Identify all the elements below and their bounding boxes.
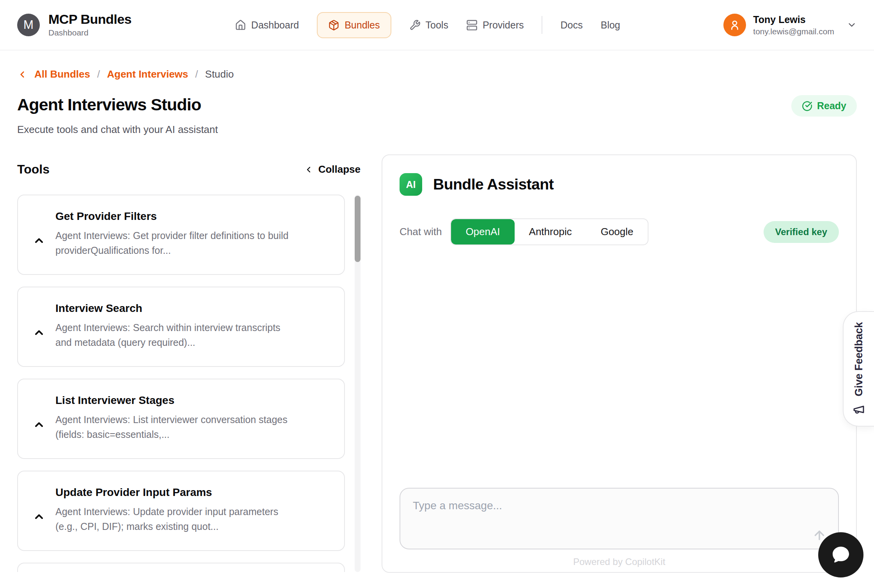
brand-initial: M [23, 18, 34, 32]
nav-divider [542, 16, 542, 34]
home-icon [235, 19, 246, 31]
provider-segment[interactable]: Anthropic [515, 219, 586, 244]
breadcrumb-item[interactable]: / [195, 68, 198, 80]
collapse-button[interactable]: Collapse [304, 163, 361, 175]
chevron-up-icon[interactable] [33, 418, 45, 431]
megaphone-icon [853, 403, 865, 416]
tool-description: Agent Interviews: Update provider input … [55, 505, 297, 534]
tools-panel-title: Tools [17, 162, 50, 177]
scrollbar-thumb[interactable] [355, 196, 361, 262]
nav-item-label: Providers [483, 19, 524, 31]
powered-by-label: Powered by CopilotKit [400, 556, 839, 567]
tool-card[interactable]: Interview Search Agent Interviews: Searc… [17, 287, 345, 367]
message-input[interactable]: Type a message... [400, 488, 839, 549]
chat-bubble-icon [830, 544, 852, 566]
chat-bubble-button[interactable] [818, 532, 863, 577]
wrench-icon [409, 19, 421, 31]
ai-badge: AI [400, 173, 422, 196]
chevron-down-icon[interactable] [847, 20, 857, 30]
server-icon [466, 19, 478, 31]
assistant-panel: AI Bundle Assistant Chat with OpenAI Ant… [382, 154, 857, 573]
nav-item-label: Tools [426, 19, 448, 31]
verified-key-badge: Verified key [764, 221, 839, 243]
nav-item[interactable]: Providers [466, 19, 524, 31]
scrollbar-track [355, 195, 361, 572]
provider-segment[interactable]: OpenAI [451, 219, 514, 244]
check-circle-icon [802, 101, 812, 111]
user-name: Tony Lewis [753, 14, 834, 25]
page-title: Agent Interviews Studio [17, 95, 201, 114]
chat-message-area [400, 245, 839, 488]
chevron-left-icon [304, 165, 313, 174]
chevron-up-icon[interactable] [33, 510, 45, 523]
tools-list: Get Provider Filters Agent Interviews: G… [17, 195, 361, 572]
message-input-placeholder: Type a message... [413, 499, 502, 512]
tool-name: Update Provider Input Params [55, 486, 297, 499]
status-badge: Ready [791, 95, 857, 117]
nav-item[interactable]: Docs [560, 19, 583, 31]
breadcrumb: All Bundles / Agent Interviews / Studio [17, 68, 857, 80]
breadcrumb-item[interactable]: Agent Interviews [107, 68, 188, 80]
tool-card-partial[interactable] [17, 563, 345, 572]
nav-item-label: Docs [560, 19, 583, 31]
avatar [723, 14, 746, 36]
give-feedback-button[interactable]: Give Feedback [843, 311, 874, 427]
nav-item[interactable]: Bundles [317, 12, 391, 38]
brand-subtitle: Dashboard [48, 28, 131, 37]
nav-item-label: Blog [600, 19, 620, 31]
tool-description: Agent Interviews: List interviewer conve… [55, 413, 297, 442]
page-subtitle: Execute tools and chat with your AI assi… [17, 124, 857, 136]
user-icon [729, 19, 741, 31]
tool-card[interactable]: Update Provider Input Params Agent Inter… [17, 471, 345, 551]
tool-card[interactable]: List Interviewer Stages Agent Interviews… [17, 379, 345, 459]
breadcrumb-item[interactable]: / [97, 68, 100, 80]
main-nav: Dashboard Bundles Tools Providers [131, 12, 723, 38]
brand-logo: M [17, 14, 40, 36]
chevron-up-icon[interactable] [33, 326, 45, 339]
tool-name: List Interviewer Stages [55, 394, 297, 407]
provider-segmented-control: OpenAI Anthropic Google [450, 218, 648, 245]
breadcrumb-item[interactable]: All Bundles [34, 68, 90, 80]
user-email: tony.lewis@gmail.com [753, 27, 834, 36]
top-navigation-bar: M MCP Bundles Dashboard Dashboard Bundle… [0, 0, 874, 50]
user-menu[interactable]: Tony Lewis tony.lewis@gmail.com [723, 14, 857, 36]
assistant-title: Bundle Assistant [433, 176, 554, 193]
collapse-label: Collapse [318, 163, 361, 175]
tool-card[interactable]: Get Provider Filters Agent Interviews: G… [17, 195, 345, 275]
brand-title: MCP Bundles [48, 12, 131, 27]
breadcrumb-item[interactable]: Studio [205, 68, 234, 80]
give-feedback-label: Give Feedback [853, 322, 865, 397]
chevron-up-icon[interactable] [33, 234, 45, 247]
nav-item-label: Dashboard [251, 19, 299, 31]
nav-item[interactable]: Dashboard [235, 19, 299, 31]
tools-panel: Tools Collapse Get Provider Filters Agen… [17, 162, 361, 572]
package-icon [328, 19, 339, 31]
status-badge-label: Ready [817, 100, 846, 112]
brand-home-link[interactable]: M MCP Bundles Dashboard [17, 12, 131, 38]
tool-description: Agent Interviews: Search within intervie… [55, 321, 297, 350]
tool-description: Agent Interviews: Get provider filter de… [55, 228, 297, 258]
chat-with-label: Chat with [400, 226, 442, 238]
nav-item[interactable]: Blog [600, 19, 620, 31]
provider-segment[interactable]: Google [586, 219, 648, 244]
chevron-left-icon[interactable] [17, 69, 27, 80]
tool-name: Get Provider Filters [55, 210, 297, 223]
nav-item[interactable]: Tools [409, 19, 448, 31]
tool-name: Interview Search [55, 302, 297, 315]
nav-item-label: Bundles [345, 19, 380, 31]
